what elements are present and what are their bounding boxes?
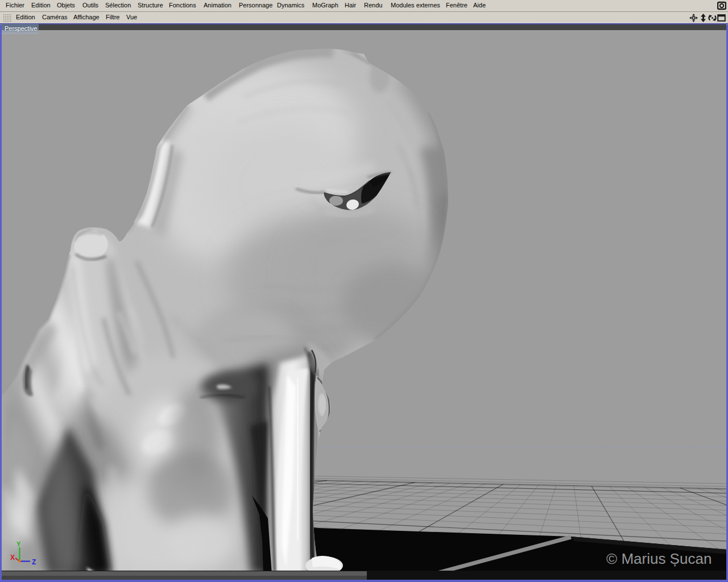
svg-text:Y: Y bbox=[16, 541, 21, 547]
svg-text:© Marius Șucan: © Marius Șucan bbox=[606, 550, 712, 567]
svg-text:Z: Z bbox=[32, 558, 36, 566]
svg-text:X: X bbox=[10, 554, 15, 562]
